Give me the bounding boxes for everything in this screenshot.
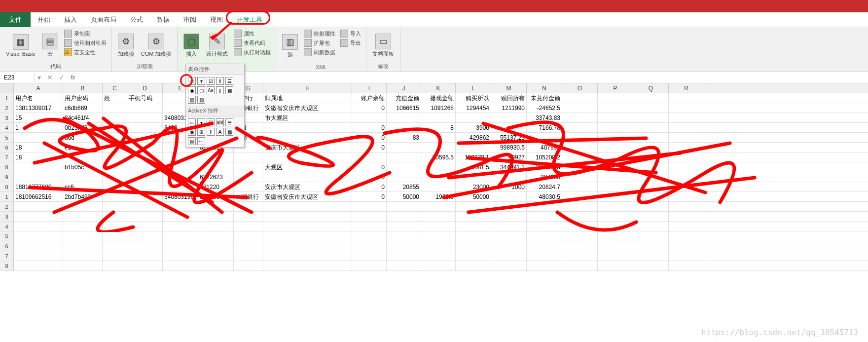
cell[interactable] bbox=[421, 231, 456, 241]
tab-developer[interactable]: 开发工具 bbox=[230, 12, 269, 27]
cell[interactable] bbox=[456, 261, 491, 270]
cell[interactable] bbox=[127, 162, 163, 172]
cell[interactable] bbox=[562, 93, 598, 103]
cell[interactable]: 手机号码 bbox=[127, 93, 163, 103]
cell[interactable]: 0 bbox=[352, 182, 387, 191]
cell[interactable] bbox=[598, 113, 633, 122]
cell[interactable] bbox=[263, 261, 352, 270]
row-header[interactable]: 5 bbox=[0, 231, 14, 241]
cell[interactable] bbox=[456, 231, 491, 241]
cell[interactable] bbox=[234, 162, 263, 172]
cell[interactable] bbox=[562, 202, 598, 211]
cell[interactable] bbox=[234, 182, 263, 191]
cell[interactable] bbox=[562, 103, 598, 113]
cell[interactable]: 赎回所有 bbox=[491, 93, 527, 103]
cell[interactable] bbox=[387, 113, 421, 122]
cell[interactable] bbox=[562, 222, 598, 231]
cell[interactable]: c6db669 bbox=[63, 103, 103, 113]
cell[interactable] bbox=[127, 182, 163, 191]
row-header[interactable]: 4 bbox=[0, 222, 14, 231]
cell[interactable]: 50000 bbox=[456, 192, 491, 201]
cell[interactable]: 安徽省安庆市大观区 bbox=[263, 103, 352, 113]
cell[interactable] bbox=[163, 162, 198, 172]
cell[interactable] bbox=[263, 231, 352, 241]
cell[interactable] bbox=[456, 241, 491, 251]
row-header[interactable]: 7 bbox=[0, 152, 14, 162]
col-header[interactable]: A bbox=[14, 83, 63, 93]
cell[interactable]: 18 bbox=[14, 152, 63, 162]
cell[interactable]: 1969.5 bbox=[421, 192, 456, 201]
name-box[interactable]: E23 bbox=[0, 73, 35, 82]
cell[interactable]: 20824.7 bbox=[527, 182, 562, 191]
cell[interactable] bbox=[263, 152, 352, 162]
cell[interactable] bbox=[562, 241, 598, 251]
cell[interactable] bbox=[352, 152, 387, 162]
cell[interactable]: 48030.5 bbox=[527, 192, 562, 201]
select-all[interactable] bbox=[0, 83, 14, 93]
cell[interactable] bbox=[562, 231, 598, 241]
cell[interactable] bbox=[491, 231, 527, 241]
cell[interactable] bbox=[527, 212, 562, 221]
cell[interactable] bbox=[387, 241, 421, 251]
record-macro-button[interactable]: 录制宏 bbox=[63, 29, 108, 38]
cell[interactable]: 50000 bbox=[387, 192, 421, 201]
cell[interactable] bbox=[63, 212, 103, 221]
macro-security-button[interactable]: ⚠宏安全性 bbox=[63, 48, 108, 57]
cell[interactable] bbox=[598, 251, 633, 261]
cell[interactable] bbox=[598, 103, 633, 113]
cell[interactable] bbox=[163, 182, 198, 191]
cell[interactable] bbox=[234, 222, 263, 231]
cell[interactable]: 199970.1 bbox=[456, 152, 491, 162]
cell[interactable] bbox=[562, 172, 598, 182]
cell[interactable]: 提现金额 bbox=[421, 93, 456, 103]
cell[interactable] bbox=[387, 212, 421, 221]
cell[interactable] bbox=[127, 113, 163, 122]
cell[interactable] bbox=[633, 133, 669, 142]
cell[interactable] bbox=[562, 113, 598, 122]
cell[interactable] bbox=[598, 133, 633, 142]
cell[interactable] bbox=[527, 231, 562, 241]
col-header[interactable]: Q bbox=[633, 83, 669, 93]
cell[interactable] bbox=[198, 202, 234, 211]
cell[interactable] bbox=[14, 231, 63, 241]
cell[interactable] bbox=[198, 212, 234, 221]
cell[interactable] bbox=[527, 133, 562, 142]
cell[interactable]: 340803196 bbox=[163, 192, 198, 201]
tab-view[interactable]: 视图 bbox=[203, 12, 230, 27]
cell[interactable] bbox=[491, 202, 527, 211]
cell[interactable] bbox=[527, 251, 562, 261]
cell[interactable] bbox=[598, 172, 633, 182]
cell[interactable]: 407995 bbox=[527, 143, 562, 152]
cell[interactable]: 621220 bbox=[198, 182, 234, 191]
ax-label-icon[interactable]: ▦ bbox=[225, 128, 233, 136]
cell[interactable] bbox=[263, 241, 352, 251]
cell[interactable] bbox=[103, 172, 127, 182]
cell[interactable]: 3906 bbox=[456, 123, 491, 132]
cell[interactable] bbox=[352, 202, 387, 211]
cell[interactable]: 55137.23 bbox=[491, 133, 527, 142]
row-header[interactable]: 7 bbox=[0, 251, 14, 261]
properties-button[interactable]: 属性 bbox=[233, 29, 272, 38]
cell[interactable] bbox=[14, 212, 63, 221]
expand-pack-button[interactable]: 扩展包 bbox=[303, 38, 336, 47]
listbox-control-icon[interactable]: ☰ bbox=[225, 77, 233, 85]
cell[interactable] bbox=[63, 222, 103, 231]
cell[interactable] bbox=[669, 202, 704, 211]
cell[interactable] bbox=[669, 172, 704, 182]
cell[interactable]: 429862 bbox=[456, 133, 491, 142]
cell[interactable] bbox=[198, 222, 234, 231]
cell[interactable] bbox=[352, 222, 387, 231]
cell[interactable] bbox=[598, 152, 633, 162]
cell[interactable] bbox=[387, 251, 421, 261]
cell[interactable]: 中国银行 bbox=[234, 192, 263, 201]
col-header[interactable]: C bbox=[103, 83, 127, 93]
cell[interactable] bbox=[421, 222, 456, 231]
import-button[interactable]: 导入 bbox=[339, 29, 362, 38]
cell[interactable]: 18 bbox=[14, 143, 63, 152]
cell[interactable] bbox=[198, 162, 234, 172]
cell[interactable] bbox=[163, 222, 198, 231]
cell[interactable] bbox=[14, 162, 63, 172]
cell[interactable]: 0 bbox=[352, 123, 387, 132]
ax-more-icon[interactable]: ⋯ bbox=[197, 137, 205, 145]
cell[interactable] bbox=[103, 212, 127, 221]
